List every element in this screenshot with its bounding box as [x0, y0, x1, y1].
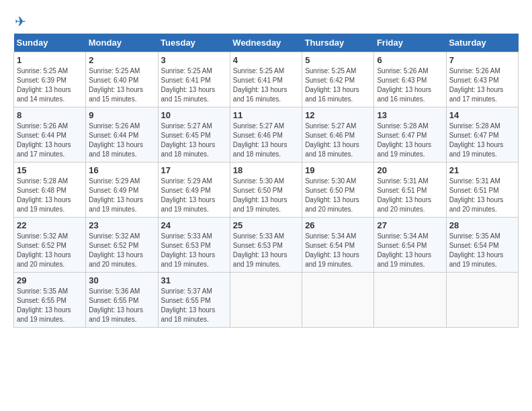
day-info: Sunrise: 5:28 AM Sunset: 6:48 PM Dayligh… [17, 177, 83, 214]
calendar-day-cell: 29 Sunrise: 5:35 AM Sunset: 6:55 PM Dayl… [14, 273, 86, 328]
day-number: 22 [17, 220, 83, 230]
day-number: 31 [161, 275, 227, 285]
calendar-day-cell: 24 Sunrise: 5:33 AM Sunset: 6:53 PM Dayl… [158, 218, 230, 273]
day-number: 15 [17, 165, 83, 175]
page-header: ✈ [13, 13, 519, 27]
day-info: Sunrise: 5:27 AM Sunset: 6:45 PM Dayligh… [161, 122, 227, 159]
day-info: Sunrise: 5:37 AM Sunset: 6:55 PM Dayligh… [161, 287, 227, 324]
weekday-header-row: SundayMondayTuesdayWednesdayThursdayFrid… [14, 34, 519, 52]
calendar-week-row: 8 Sunrise: 5:26 AM Sunset: 6:44 PM Dayli… [14, 107, 519, 163]
calendar-day-cell: 28 Sunrise: 5:35 AM Sunset: 6:54 PM Dayl… [446, 218, 518, 273]
day-number: 4 [233, 55, 299, 65]
logo-bird-icon: ✈ [15, 13, 26, 30]
weekday-header-cell: Monday [86, 34, 158, 52]
day-info: Sunrise: 5:25 AM Sunset: 6:39 PM Dayligh… [17, 66, 83, 104]
calendar-day-cell: 14 Sunrise: 5:28 AM Sunset: 6:47 PM Dayl… [446, 107, 518, 163]
calendar-day-cell: 10 Sunrise: 5:27 AM Sunset: 6:45 PM Dayl… [158, 107, 230, 163]
day-info: Sunrise: 5:26 AM Sunset: 6:44 PM Dayligh… [17, 122, 83, 159]
day-number: 17 [161, 165, 227, 175]
day-number: 5 [305, 55, 371, 65]
day-number: 24 [161, 220, 227, 230]
calendar-day-cell: 26 Sunrise: 5:34 AM Sunset: 6:54 PM Dayl… [302, 218, 374, 273]
day-info: Sunrise: 5:30 AM Sunset: 6:50 PM Dayligh… [233, 177, 299, 214]
day-number: 7 [449, 55, 515, 65]
day-number: 6 [377, 55, 443, 65]
weekday-header-cell: Sunday [14, 34, 86, 52]
day-number: 21 [449, 165, 515, 175]
calendar-day-cell [446, 273, 518, 328]
calendar-day-cell: 13 Sunrise: 5:28 AM Sunset: 6:47 PM Dayl… [374, 107, 446, 163]
day-info: Sunrise: 5:27 AM Sunset: 6:46 PM Dayligh… [305, 122, 371, 159]
day-info: Sunrise: 5:35 AM Sunset: 6:54 PM Dayligh… [449, 232, 515, 269]
day-info: Sunrise: 5:29 AM Sunset: 6:49 PM Dayligh… [161, 177, 227, 214]
calendar-day-cell: 9 Sunrise: 5:26 AM Sunset: 6:44 PM Dayli… [86, 107, 158, 163]
calendar-table: SundayMondayTuesdayWednesdayThursdayFrid… [13, 34, 519, 328]
day-number: 19 [305, 165, 371, 175]
day-number: 12 [305, 110, 371, 120]
day-number: 1 [17, 55, 83, 65]
day-number: 11 [233, 110, 299, 120]
weekday-header-cell: Wednesday [230, 34, 302, 52]
calendar-day-cell: 8 Sunrise: 5:26 AM Sunset: 6:44 PM Dayli… [14, 107, 86, 163]
weekday-header-cell: Thursday [302, 34, 374, 52]
day-number: 2 [89, 55, 154, 65]
day-info: Sunrise: 5:31 AM Sunset: 6:51 PM Dayligh… [449, 177, 515, 214]
calendar-day-cell: 22 Sunrise: 5:32 AM Sunset: 6:52 PM Dayl… [14, 218, 86, 273]
day-info: Sunrise: 5:33 AM Sunset: 6:53 PM Dayligh… [233, 232, 299, 269]
day-number: 16 [89, 165, 154, 175]
day-number: 29 [17, 275, 83, 285]
day-info: Sunrise: 5:33 AM Sunset: 6:53 PM Dayligh… [161, 232, 227, 269]
day-number: 25 [233, 220, 299, 230]
day-number: 26 [305, 220, 371, 230]
calendar-day-cell: 4 Sunrise: 5:25 AM Sunset: 6:41 PM Dayli… [230, 52, 302, 107]
calendar-day-cell: 30 Sunrise: 5:36 AM Sunset: 6:55 PM Dayl… [86, 273, 158, 328]
calendar-day-cell: 21 Sunrise: 5:31 AM Sunset: 6:51 PM Dayl… [446, 163, 518, 218]
day-number: 9 [89, 110, 154, 120]
day-info: Sunrise: 5:27 AM Sunset: 6:46 PM Dayligh… [233, 122, 299, 159]
day-number: 8 [17, 110, 83, 120]
day-info: Sunrise: 5:26 AM Sunset: 6:43 PM Dayligh… [449, 66, 515, 104]
day-info: Sunrise: 5:32 AM Sunset: 6:52 PM Dayligh… [89, 232, 154, 269]
calendar-day-cell: 5 Sunrise: 5:25 AM Sunset: 6:42 PM Dayli… [302, 52, 374, 107]
calendar-day-cell: 20 Sunrise: 5:31 AM Sunset: 6:51 PM Dayl… [374, 163, 446, 218]
calendar-week-row: 22 Sunrise: 5:32 AM Sunset: 6:52 PM Dayl… [14, 218, 519, 273]
day-info: Sunrise: 5:25 AM Sunset: 6:41 PM Dayligh… [161, 66, 227, 104]
day-info: Sunrise: 5:36 AM Sunset: 6:55 PM Dayligh… [89, 287, 154, 324]
calendar-day-cell: 2 Sunrise: 5:25 AM Sunset: 6:40 PM Dayli… [86, 52, 158, 107]
calendar-day-cell: 27 Sunrise: 5:34 AM Sunset: 6:54 PM Dayl… [374, 218, 446, 273]
day-info: Sunrise: 5:26 AM Sunset: 6:43 PM Dayligh… [377, 66, 443, 104]
calendar-day-cell: 15 Sunrise: 5:28 AM Sunset: 6:48 PM Dayl… [14, 163, 86, 218]
day-info: Sunrise: 5:25 AM Sunset: 6:40 PM Dayligh… [89, 66, 154, 104]
day-number: 14 [449, 110, 515, 120]
calendar-week-row: 1 Sunrise: 5:25 AM Sunset: 6:39 PM Dayli… [14, 52, 519, 107]
day-info: Sunrise: 5:34 AM Sunset: 6:54 PM Dayligh… [305, 232, 371, 269]
day-number: 10 [161, 110, 227, 120]
day-number: 3 [161, 55, 227, 65]
day-number: 20 [377, 165, 443, 175]
weekday-header-cell: Tuesday [158, 34, 230, 52]
day-info: Sunrise: 5:35 AM Sunset: 6:55 PM Dayligh… [17, 287, 83, 324]
day-info: Sunrise: 5:34 AM Sunset: 6:54 PM Dayligh… [377, 232, 443, 269]
calendar-day-cell: 3 Sunrise: 5:25 AM Sunset: 6:41 PM Dayli… [158, 52, 230, 107]
calendar-day-cell: 17 Sunrise: 5:29 AM Sunset: 6:49 PM Dayl… [158, 163, 230, 218]
day-info: Sunrise: 5:26 AM Sunset: 6:44 PM Dayligh… [89, 122, 154, 159]
calendar-day-cell: 23 Sunrise: 5:32 AM Sunset: 6:52 PM Dayl… [86, 218, 158, 273]
calendar-body: 1 Sunrise: 5:25 AM Sunset: 6:39 PM Dayli… [14, 52, 519, 328]
day-info: Sunrise: 5:28 AM Sunset: 6:47 PM Dayligh… [449, 122, 515, 159]
calendar-week-row: 15 Sunrise: 5:28 AM Sunset: 6:48 PM Dayl… [14, 163, 519, 218]
day-number: 23 [89, 220, 154, 230]
calendar-day-cell: 6 Sunrise: 5:26 AM Sunset: 6:43 PM Dayli… [374, 52, 446, 107]
day-info: Sunrise: 5:30 AM Sunset: 6:50 PM Dayligh… [305, 177, 371, 214]
calendar-day-cell: 7 Sunrise: 5:26 AM Sunset: 6:43 PM Dayli… [446, 52, 518, 107]
day-number: 13 [377, 110, 443, 120]
calendar-day-cell: 25 Sunrise: 5:33 AM Sunset: 6:53 PM Dayl… [230, 218, 302, 273]
day-info: Sunrise: 5:25 AM Sunset: 6:41 PM Dayligh… [233, 66, 299, 104]
calendar-day-cell: 18 Sunrise: 5:30 AM Sunset: 6:50 PM Dayl… [230, 163, 302, 218]
calendar-day-cell [230, 273, 302, 328]
day-info: Sunrise: 5:29 AM Sunset: 6:49 PM Dayligh… [89, 177, 154, 214]
day-number: 30 [89, 275, 154, 285]
weekday-header-cell: Saturday [446, 34, 518, 52]
day-info: Sunrise: 5:25 AM Sunset: 6:42 PM Dayligh… [305, 66, 371, 104]
calendar-day-cell: 19 Sunrise: 5:30 AM Sunset: 6:50 PM Dayl… [302, 163, 374, 218]
day-info: Sunrise: 5:28 AM Sunset: 6:47 PM Dayligh… [377, 122, 443, 159]
